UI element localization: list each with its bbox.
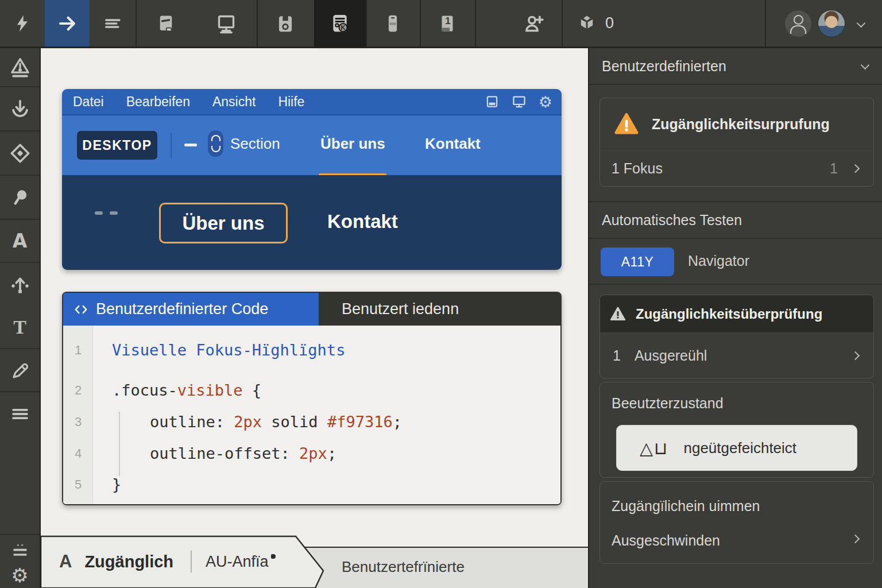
nav-item-section[interactable]: Section [230,135,280,153]
focus-issues-row[interactable]: 1 Fokus 1 [600,151,873,186]
settings-button[interactable]: ⚙ [0,564,40,587]
share-tool-button[interactable] [0,263,40,306]
card-reader-button[interactable]: K [314,0,366,47]
document-button[interactable] [136,0,196,47]
pen-icon [9,359,31,381]
menu-item-bearbeiten[interactable]: Bearbeifen [126,94,190,110]
footer-tab-custom[interactable]: Benutzertefrïnierte [342,558,465,576]
code-text: outline-offset: 2px; [93,438,336,469]
desktop-preview-button[interactable] [196,0,257,47]
hamburger-icon [9,403,31,425]
user-state-button[interactable]: △⊔ ngeütgefeichteict [616,425,857,471]
page-one-icon: 1 [436,13,458,34]
code-line-3[interactable]: 3outline: 2px solid #f97316; [63,407,557,438]
quick-actions-button[interactable] [0,0,45,47]
svg-text:1: 1 [445,14,451,26]
layers-menu-button[interactable] [0,392,40,435]
pin-tool-button[interactable] [0,176,40,219]
forward-button[interactable] [45,0,90,47]
panel-header[interactable]: Benutzerdefinierten [589,48,882,85]
section-title: Automatisches Testen [602,212,742,229]
arrow-right-icon [56,13,78,34]
code-text: outline: 2px solid #f97316; [93,407,402,438]
tab-custom-code[interactable]: Benutzerdefinierter Code [63,293,319,326]
design-canvas: Datei Bearbeifen Ansicht Hiife ⚙ DESKTOP… [41,48,588,588]
menu-item-ansicht[interactable]: Ansicht [212,94,256,110]
save-button[interactable] [257,0,314,47]
code-line-5[interactable]: 5} [63,469,557,500]
tab-secondary-code[interactable]: Benutzert iedenn [319,293,560,326]
user-state-card: Beeutzterzustand △⊔ ngeütgefeichteict [599,382,874,478]
chevron-right-icon [851,164,860,173]
save-icon [274,13,296,34]
right-panel: Benutzerdefinierten Zugänglichkeitsurpru… [588,48,882,588]
line-number: 4 [63,438,93,469]
code-text: .focus-visible { [93,375,261,406]
code-token: 2px [234,413,262,431]
device-icon[interactable] [485,94,500,109]
letter-t-icon: T [13,316,26,338]
add-user-button[interactable] [505,0,562,47]
user-state-label: Beeutzterzustand [612,395,724,412]
profile-avatar-button[interactable] [817,0,846,47]
nav-item-contact[interactable]: Kontakt [425,135,481,153]
links-row-1[interactable]: Zugängïlichein uimmen [612,498,760,514]
state-button-label: ngeütgefeichteict [683,439,796,457]
monitor-icon[interactable] [511,94,527,110]
collapse-dash-icon[interactable] [184,144,197,146]
menu-item-datei[interactable]: Datei [73,94,104,110]
footer-active-tab[interactable]: A Zugänglich AU-Anfïa [41,535,339,588]
person-icon [785,10,811,37]
code-token: { [243,381,262,399]
mini-list-button[interactable] [0,542,40,564]
sidebar-separator [0,534,40,535]
font-tool-button[interactable]: A [0,220,40,262]
mobile-preview-button[interactable] [366,0,420,47]
text-tool-button[interactable]: T [0,306,40,348]
code-editor-tabs: Benutzerdefinierter Code Benutzert ieden… [63,293,560,326]
code-lines[interactable]: 1Visuelle Fokus-Hïghlïghts2.focus-visibl… [63,326,560,504]
accessibility-a-icon: A [59,551,72,572]
links-row-2[interactable]: Ausgeschwinden [612,532,720,549]
anchor-down-arrow-icon [9,98,32,121]
nav-item-about[interactable]: Über uns [320,135,385,153]
code-line-2[interactable]: 2.focus-visible { [63,375,557,406]
assets-counter[interactable]: 0 [568,0,643,47]
avatar [818,10,845,37]
diamond-icon [9,142,32,165]
add-user-icon [522,12,545,35]
menubar-icons: ⚙ [485,89,552,114]
page-hero: Über uns Kontakt [62,175,562,270]
warning-outline-icon [608,304,628,324]
hero-dot [110,211,118,215]
warning-tool-button[interactable] [0,48,40,86]
code-line-1[interactable]: 1Visuelle Fokus-Hïghlïghts [63,335,557,366]
menu-button[interactable] [90,0,136,47]
hero-link-contact[interactable]: Kontakt [327,211,398,233]
component-tool-button[interactable] [0,131,40,175]
settings-gear-icon[interactable]: ⚙ [539,94,552,110]
menu-item-hilfe[interactable]: Hiife [278,94,304,110]
chevron-down-icon [856,19,865,28]
code-line-4[interactable]: 4outline-offset: 2px; [63,438,557,469]
account-button[interactable] [781,0,815,47]
toolbar-separator [765,0,766,47]
check-card-title: Zugänglichkeitsüberprüfung [636,306,822,322]
tab-secondary-label: Benutzert iedenn [342,300,459,318]
pen-tool-button[interactable] [0,349,40,391]
check-result-row[interactable]: 1 Ausgereühl [600,333,873,378]
toolbar-separator [475,0,476,47]
hero-dot [95,211,103,215]
tab-navigator[interactable]: Navigator [688,253,749,269]
profile-menu-button[interactable] [849,0,873,47]
page-button[interactable]: 1 [420,0,475,47]
device-mode-badge[interactable]: DESKTOP [77,131,157,160]
tab-a11y[interactable]: A11Y [601,247,674,276]
accessibility-links-card: Zugängïlichein uimmen Ausgeschwinden [599,481,874,564]
download-tool-button[interactable] [0,87,40,130]
vertical-stepper-icon[interactable] [208,130,223,157]
focused-link-outline[interactable]: Über uns [159,203,288,243]
code-text: Visuelle Fokus-Hïghlïghts [93,335,345,366]
pin-icon [9,186,32,209]
hero-link-about[interactable]: Über uns [182,212,264,234]
